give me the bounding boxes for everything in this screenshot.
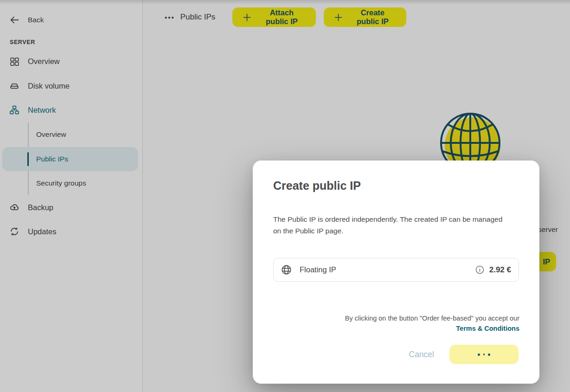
create-public-ip-dialog: Create public IP The Public IP is ordere…: [253, 161, 539, 384]
dialog-title: Create public IP: [273, 179, 361, 193]
cancel-button[interactable]: Cancel: [409, 350, 434, 360]
terms-text: By clicking on the button "Order fee-bas…: [345, 315, 519, 322]
info-icon[interactable]: [475, 265, 484, 274]
floating-ip-option-row: Floating IP 2.92 €: [273, 258, 519, 282]
terms-conditions-link[interactable]: Terms & Conditions: [456, 324, 519, 334]
app-window: Back SERVER Overview Disk volume Netw: [0, 0, 570, 392]
order-button-loading[interactable]: [449, 345, 519, 364]
loading-dot: [478, 353, 480, 356]
dialog-description: The Public IP is ordered independently. …: [273, 214, 509, 237]
price-value: 2.92 €: [489, 265, 511, 275]
loading-dot: [488, 353, 490, 356]
dialog-actions: Cancel: [409, 345, 519, 364]
globe-icon: [281, 264, 292, 275]
terms-notice: By clicking on the button "Order fee-bas…: [320, 314, 519, 334]
loading-dot: [483, 353, 485, 355]
option-label: Floating IP: [300, 265, 336, 274]
